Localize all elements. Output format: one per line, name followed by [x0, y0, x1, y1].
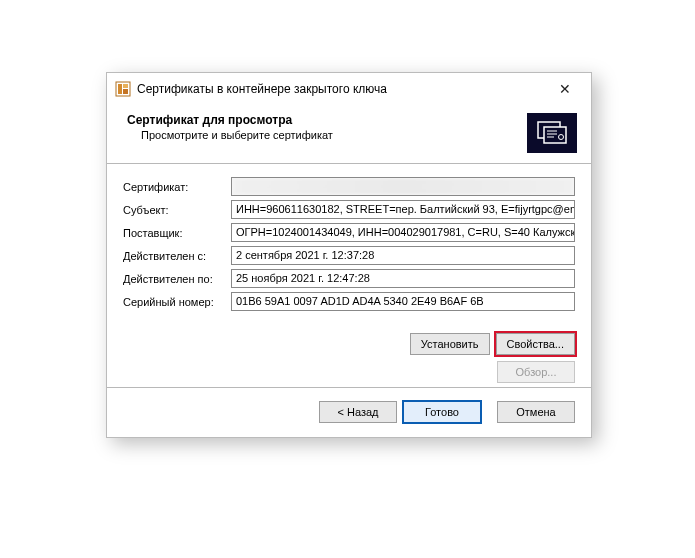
wizard-header: Сертификат для просмотра Просмотрите и в…	[107, 105, 591, 163]
header-title: Сертификат для просмотра	[127, 113, 517, 127]
header-subtitle: Просмотрите и выберите сертификат	[127, 129, 517, 141]
certificate-icon	[527, 113, 577, 153]
back-button[interactable]: < Назад	[319, 401, 397, 423]
cancel-button[interactable]: Отмена	[497, 401, 575, 423]
svg-rect-1	[118, 84, 122, 94]
serial-label: Серийный номер:	[123, 296, 231, 308]
wizard-footer: < Назад Готово Отмена	[107, 389, 591, 437]
certificate-details: Сертификат: Субъект: ИНН=960611630182, S…	[107, 165, 591, 325]
issuer-field: ОГРН=1024001434049, ИНН=004029017981, C=…	[231, 223, 575, 242]
finish-button[interactable]: Готово	[403, 401, 481, 423]
issuer-label: Поставщик:	[123, 227, 231, 239]
app-icon	[115, 81, 131, 97]
subject-label: Субъект:	[123, 204, 231, 216]
certificate-field	[231, 177, 575, 196]
certificate-label: Сертификат:	[123, 181, 231, 193]
valid-to-label: Действителен по:	[123, 273, 231, 285]
browse-button: Обзор...	[497, 361, 575, 383]
serial-field: 01B6 59A1 0097 AD1D AD4A 5340 2E49 B6AF …	[231, 292, 575, 311]
install-button[interactable]: Установить	[410, 333, 490, 355]
properties-button[interactable]: Свойства...	[496, 333, 575, 355]
svg-rect-2	[123, 84, 128, 88]
subject-field: ИНН=960611630182, STREET=пер. Балтийский…	[231, 200, 575, 219]
valid-to-field: 25 ноября 2021 г. 12:47:28	[231, 269, 575, 288]
svg-rect-3	[123, 89, 128, 94]
close-button[interactable]: ✕	[545, 75, 585, 103]
titlebar: Сертификаты в контейнере закрытого ключа…	[107, 73, 591, 105]
certificate-dialog: Сертификаты в контейнере закрытого ключа…	[106, 72, 592, 438]
valid-from-field: 2 сентября 2021 г. 12:37:28	[231, 246, 575, 265]
window-title: Сертификаты в контейнере закрытого ключа	[137, 82, 545, 96]
valid-from-label: Действителен с:	[123, 250, 231, 262]
